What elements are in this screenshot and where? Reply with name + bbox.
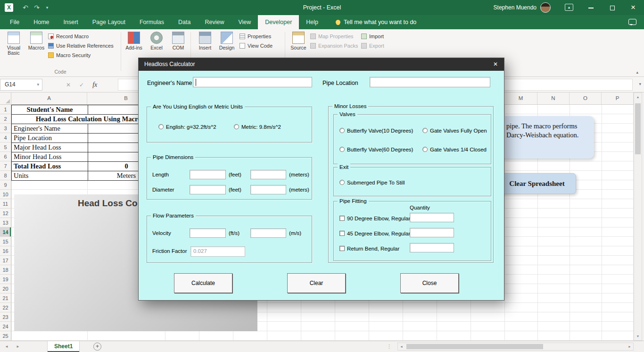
col-header-P[interactable]: P xyxy=(602,92,634,104)
tell-me-box[interactable]: Tell me what you want to do xyxy=(336,15,416,29)
row-header-19[interactable]: 19 xyxy=(0,275,11,284)
row-header-23[interactable]: 23 xyxy=(0,312,11,322)
redo-icon[interactable]: ↷ xyxy=(32,0,41,15)
add-ins-button[interactable]: Add-ins xyxy=(124,32,144,50)
col-header-A[interactable]: A xyxy=(11,92,87,104)
row-header-25[interactable]: 25 xyxy=(0,331,11,341)
cell-a1[interactable]: Student's Name xyxy=(12,105,88,114)
friction-factor-input[interactable]: 0.027 xyxy=(190,246,245,257)
scroll-right-icon[interactable]: ► xyxy=(626,343,633,350)
tab-data[interactable]: Data xyxy=(171,15,198,29)
row-header-9[interactable]: 9 xyxy=(0,180,11,190)
insert-control-button[interactable]: Insert xyxy=(194,32,216,50)
tab-review[interactable]: Review xyxy=(198,15,231,29)
row-header-2[interactable]: 2 xyxy=(0,114,11,124)
butterfly-60-radio[interactable] xyxy=(339,147,345,152)
collapse-ribbon-icon[interactable]: ▴ xyxy=(636,70,638,75)
row-header-24[interactable]: 24 xyxy=(0,322,11,331)
row-header-16[interactable]: 16 xyxy=(0,246,11,256)
avatar[interactable] xyxy=(540,2,551,13)
signed-in-user[interactable]: Stephen Muendo xyxy=(494,0,537,15)
record-macro-button[interactable]: Record Macro xyxy=(48,32,89,40)
row-header-1[interactable]: 1 xyxy=(0,105,11,114)
dialog-close-icon[interactable]: ✕ xyxy=(487,58,504,71)
sheet-tab-sheet1[interactable]: Sheet1 xyxy=(47,341,80,352)
sheet-nav-right-icon[interactable]: ► xyxy=(16,341,20,352)
horizontal-scroll-thumb[interactable] xyxy=(406,344,543,349)
row-header-18[interactable]: 18 xyxy=(0,265,11,275)
maximize-button[interactable] xyxy=(605,0,619,15)
return-bend-checkbox[interactable] xyxy=(339,246,345,251)
close-dialog-button[interactable]: Close xyxy=(400,273,459,293)
gate-quarter-closed-radio[interactable] xyxy=(422,147,428,152)
col-header-N[interactable]: N xyxy=(537,92,570,104)
minimize-button[interactable] xyxy=(584,0,598,15)
tab-formulas[interactable]: Formulas xyxy=(132,15,171,29)
engineer-name-input[interactable] xyxy=(193,77,312,87)
expand-formula-bar-icon[interactable]: ▾ xyxy=(639,82,641,86)
cell-a5[interactable]: Major Head Loss xyxy=(14,143,61,152)
clear-spreadsheet-button[interactable]: Clear Spreadsheet xyxy=(498,173,576,194)
velocity-ms-input[interactable] xyxy=(250,228,286,238)
row-header-14[interactable]: 14 xyxy=(0,227,11,237)
tab-view[interactable]: View xyxy=(231,15,258,29)
row-header-13[interactable]: 13 xyxy=(0,218,11,227)
butterfly-10-radio[interactable] xyxy=(339,128,345,133)
cell-a4[interactable]: Pipe Location xyxy=(14,134,52,142)
enter-icon[interactable]: ✓ xyxy=(79,82,84,88)
row-header-6[interactable]: 6 xyxy=(0,152,11,161)
elbow-90-qty-input[interactable] xyxy=(410,213,454,222)
clear-button[interactable]: Clear xyxy=(287,273,346,293)
diameter-feet-input[interactable] xyxy=(190,185,226,194)
row-header-5[interactable]: 5 xyxy=(0,142,11,152)
excel-add-ins-button[interactable]: Excel xyxy=(146,32,167,50)
english-units-radio[interactable] xyxy=(158,124,164,129)
name-box-arrow-icon[interactable]: ▾ xyxy=(37,79,39,90)
elbow-45-qty-input[interactable] xyxy=(410,228,454,237)
visual-basic-button[interactable]: Visual Basic xyxy=(3,32,25,56)
close-button[interactable]: × xyxy=(626,0,640,15)
row-header-17[interactable]: 17 xyxy=(0,256,11,265)
tab-splitter-icon[interactable]: ⋮ xyxy=(387,341,392,352)
length-feet-input[interactable] xyxy=(190,170,226,179)
calculate-button[interactable]: Calculate xyxy=(174,273,232,293)
qat-customize-icon[interactable]: ▾ xyxy=(43,0,51,15)
return-bend-qty-input[interactable] xyxy=(410,243,454,252)
tab-file[interactable]: File xyxy=(3,15,26,29)
col-header-O[interactable]: O xyxy=(570,92,602,104)
row-header-8[interactable]: 8 xyxy=(0,171,11,180)
design-mode-button[interactable]: Design xyxy=(216,32,238,50)
vertical-scroll-thumb[interactable] xyxy=(635,103,641,154)
cell-a8[interactable]: Units xyxy=(14,171,28,180)
tab-help[interactable]: Help xyxy=(299,15,325,29)
diameter-meters-input[interactable] xyxy=(250,185,286,194)
view-code-button[interactable]: View Code xyxy=(239,42,272,50)
row-header-12[interactable]: 12 xyxy=(0,209,11,218)
com-add-ins-button[interactable]: COM xyxy=(168,32,189,50)
length-meters-input[interactable] xyxy=(250,170,286,179)
scroll-up-icon[interactable]: ▲ xyxy=(634,93,642,101)
use-relative-references-button[interactable]: Use Relative References xyxy=(48,42,114,50)
scroll-left-icon[interactable]: ◄ xyxy=(398,343,405,350)
gate-fully-open-radio[interactable] xyxy=(422,128,428,133)
tab-insert[interactable]: Insert xyxy=(57,15,85,29)
macro-security-button[interactable]: Macro Security xyxy=(48,51,91,59)
cell-a6[interactable]: Minor Head Loss xyxy=(14,152,62,161)
row-header-22[interactable]: 22 xyxy=(0,303,11,312)
submerged-pipe-radio[interactable] xyxy=(339,180,345,185)
elbow-90-checkbox[interactable] xyxy=(339,216,345,221)
elbow-45-checkbox[interactable] xyxy=(339,231,345,236)
insert-function-icon[interactable]: fx xyxy=(92,81,97,89)
row-header-15[interactable]: 15 xyxy=(0,237,11,246)
metric-units-radio[interactable] xyxy=(234,124,239,129)
cell-a3[interactable]: Engineer's Name xyxy=(14,124,60,133)
tab-home[interactable]: Home xyxy=(26,15,56,29)
cell-a7[interactable]: Total Head Loss xyxy=(14,162,61,171)
ribbon-display-options-icon[interactable]: ▴ xyxy=(565,4,573,11)
row-header-7[interactable]: 7 xyxy=(0,161,11,171)
scroll-down-icon[interactable]: ▼ xyxy=(634,332,642,340)
horizontal-scrollbar[interactable]: ◄ ► xyxy=(397,343,634,351)
macros-button[interactable]: Macros xyxy=(25,32,47,50)
col-header-M[interactable]: M xyxy=(504,92,537,104)
sheet-nav-left-icon[interactable]: ◄ xyxy=(5,341,8,352)
